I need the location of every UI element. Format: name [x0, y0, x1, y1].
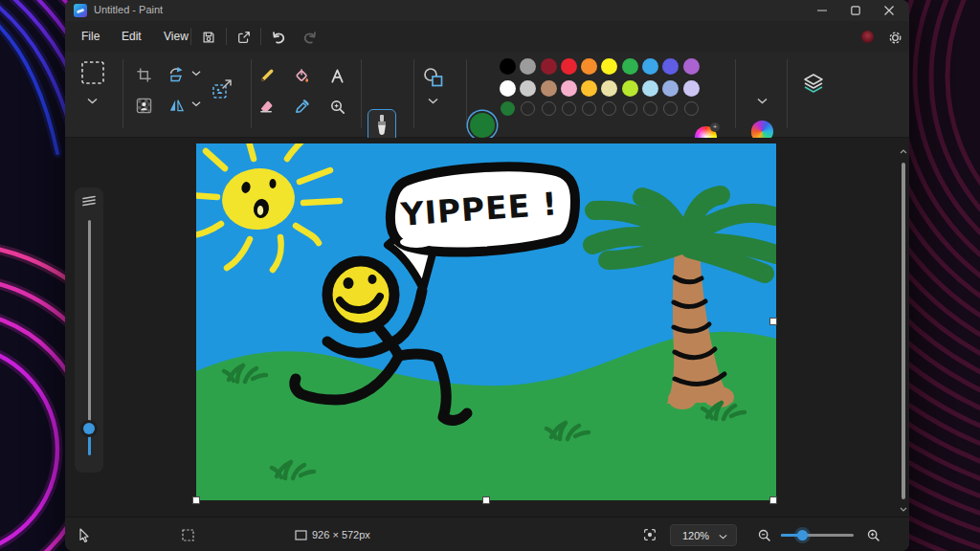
maximize-button[interactable]	[838, 0, 872, 21]
palette-row-custom	[501, 101, 699, 116]
scroll-up-icon[interactable]	[900, 147, 907, 155]
paint-app-icon	[74, 4, 87, 17]
scroll-down-icon[interactable]	[900, 505, 907, 513]
canvas-handle-bottom-left[interactable]	[193, 497, 199, 503]
rotate-dropdown-chevron[interactable]	[191, 70, 201, 77]
shapes-button[interactable]	[421, 65, 446, 90]
zoom-dropdown-chevron	[719, 534, 727, 540]
status-bar: 926 × 572px 120%	[65, 517, 909, 551]
drawing-canvas[interactable]: YIPPEE !	[196, 143, 776, 500]
empty-colour-slot[interactable]	[562, 101, 576, 116]
colour-swatch[interactable]	[541, 58, 557, 75]
empty-colour-slot[interactable]	[684, 101, 699, 116]
selection-dropdown-chevron[interactable]	[87, 98, 98, 104]
colour-swatch[interactable]	[622, 80, 638, 97]
layers-button[interactable]	[801, 71, 826, 96]
canvas-handle-right[interactable]	[770, 319, 776, 324]
colour-swatch[interactable]	[642, 58, 658, 75]
colour-swatch[interactable]	[683, 58, 700, 75]
ribbon-toolbar: Selection Image	[65, 52, 909, 138]
colour-swatch[interactable]	[622, 58, 638, 75]
account-avatar[interactable]	[859, 29, 875, 44]
brush-size-track[interactable]	[88, 220, 91, 444]
colour-swatch[interactable]	[561, 58, 577, 75]
colour-swatch[interactable]	[520, 80, 536, 97]
zoom-in-icon[interactable]	[865, 527, 880, 542]
colour-swatch[interactable]	[601, 58, 617, 75]
window-title: Untitled - Paint	[94, 4, 163, 15]
zoom-slider[interactable]	[781, 526, 854, 543]
menubar: File Edit View	[65, 21, 909, 52]
menu-edit[interactable]: Edit	[111, 25, 152, 48]
palette-row-2	[500, 80, 700, 97]
flip-dropdown-chevron[interactable]	[191, 100, 201, 107]
redo-button[interactable]	[299, 27, 320, 48]
work-area: YIPPEE !	[65, 138, 909, 517]
zoom-level-value: 120%	[682, 530, 709, 541]
canvas-size-icon	[293, 527, 308, 542]
crop-icon[interactable]	[133, 64, 154, 85]
brush-size-slider[interactable]	[75, 187, 103, 473]
copilot-dropdown-chevron[interactable]	[757, 98, 768, 104]
colour-swatch[interactable]	[501, 101, 515, 116]
selection-tool-button[interactable]	[79, 59, 106, 86]
empty-colour-slot[interactable]	[521, 101, 535, 116]
zoom-out-icon[interactable]	[756, 527, 771, 542]
colour-swatch[interactable]	[581, 80, 597, 97]
menu-view[interactable]: View	[153, 25, 199, 48]
add-colour-plus-icon: +	[710, 122, 720, 132]
brush-size-thumb[interactable]	[83, 423, 95, 434]
colour-swatch[interactable]	[642, 80, 658, 97]
colour-swatch[interactable]	[561, 80, 577, 97]
settings-gear-icon[interactable]	[884, 27, 905, 48]
canvas-size-label: 926 × 572px	[312, 529, 370, 540]
canvas-handle-bottom-right[interactable]	[770, 497, 776, 503]
save-button[interactable]	[198, 27, 219, 48]
titlebar: Untitled - Paint	[65, 0, 909, 21]
empty-colour-slot[interactable]	[542, 101, 556, 116]
colour-swatch[interactable]	[581, 58, 597, 75]
colour-swatch[interactable]	[500, 80, 516, 97]
close-button[interactable]	[872, 0, 905, 21]
magnifier-tool-icon[interactable]	[326, 96, 347, 117]
canvas-drawing: YIPPEE !	[196, 143, 776, 500]
pencil-tool-icon[interactable]	[256, 65, 277, 86]
remove-background-icon[interactable]	[133, 95, 154, 116]
fill-tool-icon[interactable]	[291, 65, 312, 86]
palette-row-1	[500, 58, 700, 75]
scrollbar-thumb[interactable]	[902, 163, 905, 499]
minimize-button[interactable]	[805, 0, 838, 21]
colour-swatch[interactable]	[662, 80, 679, 97]
eraser-tool-icon[interactable]	[256, 96, 277, 117]
paint-window: Untitled - Paint File Edit View	[65, 0, 909, 551]
colour-swatch[interactable]	[662, 58, 679, 75]
thickness-icon	[81, 195, 97, 208]
empty-colour-slot[interactable]	[643, 101, 657, 116]
colour-swatch[interactable]	[541, 80, 557, 97]
undo-button[interactable]	[268, 27, 289, 48]
empty-colour-slot[interactable]	[582, 101, 596, 116]
flip-icon[interactable]	[166, 95, 187, 116]
empty-colour-slot[interactable]	[623, 101, 637, 116]
rotate-icon[interactable]	[166, 64, 187, 85]
resize-image-icon[interactable]	[209, 76, 235, 102]
canvas-handle-bottom[interactable]	[483, 497, 489, 503]
zoom-to-fit-icon[interactable]	[642, 527, 657, 542]
cursor-position-icon	[77, 527, 92, 542]
selection-size-icon	[180, 527, 195, 542]
colour-1-swatch[interactable]	[470, 113, 495, 138]
colour-swatch[interactable]	[520, 58, 536, 75]
eyedropper-tool-icon[interactable]	[291, 96, 312, 117]
empty-colour-slot[interactable]	[663, 101, 678, 116]
menu-file[interactable]: File	[71, 25, 110, 48]
vertical-scrollbar[interactable]	[900, 142, 907, 515]
empty-colour-slot[interactable]	[602, 101, 616, 116]
shapes-dropdown-chevron[interactable]	[428, 98, 438, 104]
zoom-slider-thumb[interactable]	[797, 530, 808, 540]
text-tool-icon[interactable]	[326, 65, 347, 86]
colour-swatch[interactable]	[683, 80, 700, 97]
share-button[interactable]	[234, 27, 255, 48]
colour-swatch[interactable]	[500, 58, 516, 75]
colour-swatch[interactable]	[601, 80, 617, 97]
zoom-level-dropdown[interactable]: 120%	[670, 524, 737, 546]
